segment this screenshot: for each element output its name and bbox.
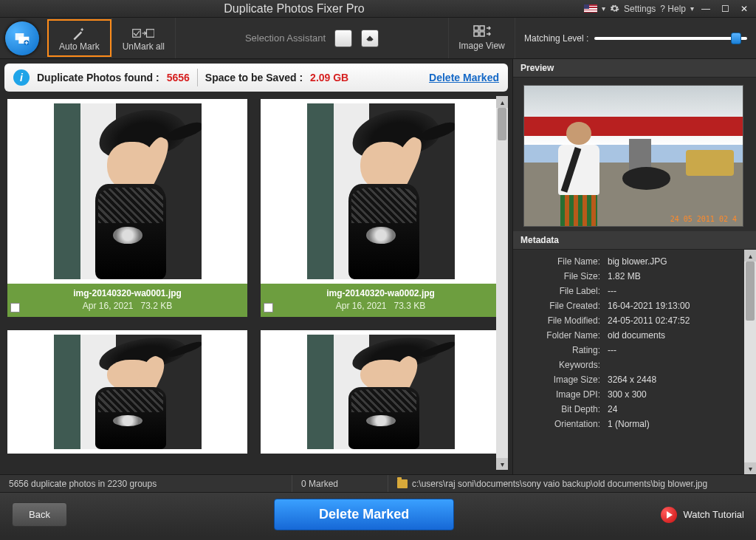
found-value: 5656 [167, 72, 190, 83]
wand-icon [72, 25, 86, 41]
selection-tool-2-button[interactable] [361, 30, 379, 47]
app-logo[interactable] [0, 18, 44, 58]
card-filename: img-20140320-wa0001.jpg [10, 288, 244, 298]
flag-icon[interactable] [584, 4, 597, 13]
metadata-key: File Modified: [519, 315, 600, 326]
metadata-value: 1.82 MB [608, 271, 641, 281]
image-view-button[interactable]: Image View [448, 18, 515, 58]
unmark-icon [132, 25, 154, 41]
metadata-key: File Label: [519, 286, 600, 296]
metadata-value: 24-05-2011 02:47:52 [608, 315, 690, 326]
scroll-thumb[interactable] [746, 262, 755, 321]
metadata-key: File Created: [519, 301, 600, 311]
result-card[interactable] [7, 330, 247, 454]
metadata-row: Folder Name:old documents [513, 328, 752, 343]
grid-icon [473, 25, 491, 41]
metadata-row: Image DPI:300 x 300 [513, 387, 752, 402]
chevron-down-icon[interactable]: ▾ [602, 4, 605, 13]
metadata-key: Keywords: [519, 360, 600, 370]
result-card[interactable]: img-20140320-wa0002.jpg Apr 16, 2021 73.… [261, 99, 501, 317]
metadata-value: 300 x 300 [608, 389, 647, 400]
saved-value: 2.09 GB [310, 72, 348, 83]
metadata-key: Rating: [519, 345, 600, 355]
close-button[interactable]: ✕ [737, 3, 752, 15]
results-grid: img-20140320-wa0001.jpg Apr 16, 2021 73.… [4, 96, 508, 470]
thumbnail [54, 335, 202, 449]
auto-mark-label: Auto Mark [59, 41, 100, 52]
metadata-row: File Size:1.82 MB [513, 269, 752, 284]
metadata-key: File Name: [519, 256, 600, 267]
metadata-row: File Modified:24-05-2011 02:47:52 [513, 313, 752, 328]
card-date: Apr 16, 2021 [336, 301, 387, 311]
result-card[interactable]: img-20140320-wa0001.jpg Apr 16, 2021 73.… [7, 99, 247, 317]
separator [197, 69, 198, 86]
status-path: c:\users\raj soni\documents\sony vaio ba… [412, 479, 707, 489]
svg-rect-4 [480, 26, 484, 30]
svg-rect-3 [474, 26, 478, 30]
help-link[interactable]: ? Help [660, 4, 686, 14]
metadata-key: Image Size: [519, 375, 600, 385]
minimize-button[interactable]: — [698, 3, 713, 15]
settings-link[interactable]: Settings [624, 4, 656, 14]
found-label: Duplicate Photos found : [37, 72, 159, 83]
metadata-row: Bit Depth:24 [513, 402, 752, 417]
status-marked: 0 Marked [301, 479, 338, 489]
metadata-value: --- [608, 345, 616, 355]
svg-rect-6 [480, 32, 484, 36]
back-button[interactable]: Back [12, 502, 67, 527]
scrollbar[interactable]: ▴ ▾ [744, 250, 756, 474]
chevron-down-icon[interactable]: ▾ [690, 4, 694, 13]
metadata-row: Image Size:3264 x 2448 [513, 372, 752, 387]
preview-image: 24 05 2011 02 4 [523, 85, 743, 227]
status-bar: 5656 duplicate photos in 2230 groups 0 M… [0, 474, 756, 492]
info-bar: i Duplicate Photos found : 5656 Space to… [4, 64, 508, 92]
card-size: 73.2 KB [141, 301, 173, 311]
preview-header: Preview [513, 59, 756, 78]
matching-level-label: Matching Level : [524, 33, 588, 44]
select-checkbox[interactable] [10, 303, 20, 312]
matching-level-slider[interactable] [594, 37, 747, 40]
card-size: 73.3 KB [394, 301, 426, 311]
app-title: Duplicate Photos Fixer Pro [4, 2, 584, 16]
metadata-row: File Label:--- [513, 284, 752, 298]
delete-marked-link[interactable]: Delete Marked [429, 72, 499, 83]
metadata-key: Bit Depth: [519, 404, 600, 414]
metadata-header: Metadata [513, 231, 756, 250]
metadata-row: File Name:big blower.JPG [513, 254, 752, 269]
thumbnail [54, 103, 202, 279]
maximize-button[interactable]: ☐ [718, 3, 732, 15]
delete-marked-button[interactable]: Delete Marked [274, 499, 454, 530]
result-card[interactable] [261, 330, 501, 454]
card-date: Apr 16, 2021 [83, 301, 134, 311]
scroll-thumb[interactable] [498, 108, 506, 140]
bottom-bar: Back Delete Marked Watch Tutorial [0, 492, 756, 536]
thumbnail [307, 335, 455, 449]
metadata-key: Folder Name: [519, 330, 600, 341]
folder-icon [397, 479, 408, 488]
metadata-value: 16-04-2021 19:13:00 [608, 301, 690, 311]
scroll-down-icon[interactable]: ▾ [496, 458, 508, 470]
metadata-list: File Name:big blower.JPGFile Size:1.82 M… [513, 250, 756, 436]
watch-tutorial-button[interactable]: Watch Tutorial [661, 507, 744, 523]
metadata-key: Orientation: [519, 419, 600, 429]
slider-thumb[interactable] [731, 33, 741, 44]
select-checkbox[interactable] [264, 303, 273, 312]
metadata-value: --- [608, 286, 616, 296]
auto-mark-button[interactable]: Auto Mark [47, 19, 111, 57]
card-filename: img-20140320-wa0002.jpg [264, 288, 498, 298]
preview-timestamp: 24 05 2011 02 4 [670, 215, 737, 223]
selection-tool-1-button[interactable] [334, 30, 352, 47]
gear-icon[interactable] [610, 4, 619, 13]
metadata-key: File Size: [519, 271, 600, 281]
play-icon [661, 507, 677, 523]
scroll-down-icon[interactable]: ▾ [744, 462, 756, 474]
metadata-key: Image DPI: [519, 389, 600, 400]
status-dupes: 5656 duplicate photos in 2230 groups [9, 479, 157, 489]
selection-assistant-label: Selection Assistant [245, 33, 326, 44]
scroll-up-icon[interactable]: ▴ [496, 96, 508, 108]
thumbnail [307, 103, 455, 279]
scroll-up-icon[interactable]: ▴ [744, 250, 756, 262]
metadata-row: Orientation:1 (Normal) [513, 417, 752, 431]
scrollbar[interactable]: ▴ ▾ [496, 96, 508, 470]
unmark-all-button[interactable]: UnMark all [111, 18, 175, 58]
